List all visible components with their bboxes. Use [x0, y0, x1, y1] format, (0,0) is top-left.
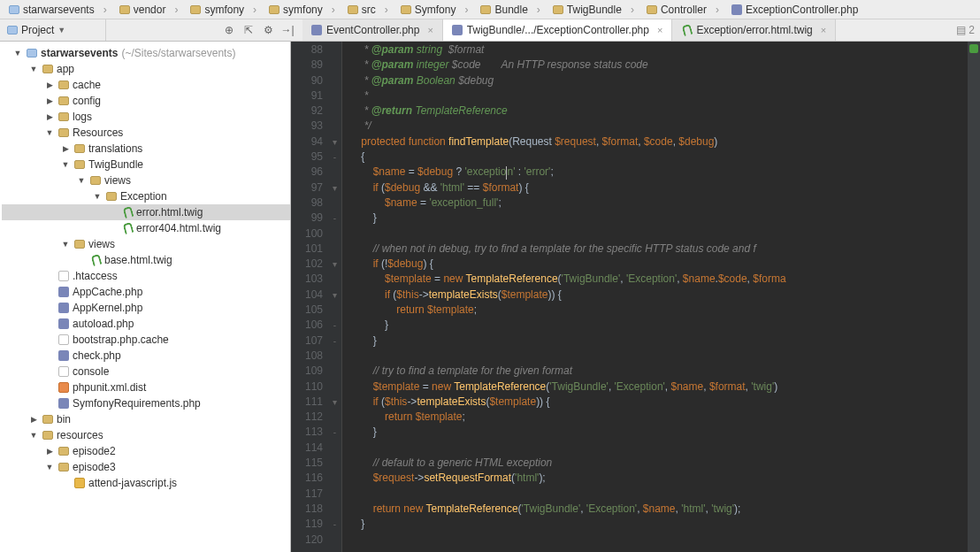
tree-arrow-icon[interactable]: [108, 207, 119, 218]
tree-row[interactable]: ▶translations: [2, 141, 290, 157]
tree-arrow-icon[interactable]: [44, 287, 55, 297]
fold-marker[interactable]: [328, 456, 341, 471]
code-line[interactable]: }: [349, 517, 968, 532]
breadcrumb-item[interactable]: symfony: [185, 2, 262, 18]
fold-marker[interactable]: ▾: [328, 395, 341, 410]
code-line[interactable]: [349, 533, 968, 548]
fold-marker[interactable]: [328, 471, 341, 486]
overflow-tabs[interactable]: ▤ 2: [951, 19, 980, 41]
fold-marker[interactable]: [328, 364, 341, 379]
code-line[interactable]: $name = 'exception_full';: [349, 196, 968, 211]
fold-marker[interactable]: ▾: [328, 257, 341, 272]
tree-row[interactable]: attend-javascript.js: [2, 475, 290, 491]
code-line[interactable]: * @param string $format: [349, 42, 968, 58]
fold-marker[interactable]: [328, 104, 341, 119]
tree-arrow-icon[interactable]: ▼: [76, 175, 87, 186]
close-icon[interactable]: ×: [821, 25, 826, 35]
code-area[interactable]: * @param string $format * @param integer…: [342, 42, 968, 552]
project-selector[interactable]: Project ▼: [0, 19, 106, 41]
tree-row[interactable]: AppKernel.php: [2, 300, 290, 316]
code-line[interactable]: $name = $debug ? 'exception' : 'error';: [349, 165, 968, 180]
tree-row[interactable]: SymfonyRequirements.php: [2, 395, 290, 411]
tree-arrow-icon[interactable]: ▼: [44, 127, 55, 138]
tree-arrow-icon[interactable]: ▶: [44, 111, 55, 122]
fold-marker[interactable]: -: [328, 517, 341, 532]
tree-arrow-icon[interactable]: [44, 271, 55, 281]
target-icon[interactable]: ⊕: [221, 22, 237, 38]
fold-marker[interactable]: [328, 410, 341, 425]
tree-row[interactable]: ▶episode2: [2, 443, 290, 459]
code-line[interactable]: return $template;: [349, 303, 968, 318]
code-line[interactable]: *: [349, 88, 968, 104]
fold-marker[interactable]: ▾: [328, 288, 341, 303]
tree-row[interactable]: ▼starwarsevents (~/Sites/starwarsevents): [2, 45, 290, 61]
tree-arrow-icon[interactable]: ▼: [28, 64, 39, 74]
tree-arrow-icon[interactable]: ▼: [92, 191, 103, 202]
tree-row[interactable]: error.html.twig: [2, 204, 290, 220]
fold-marker[interactable]: [328, 441, 341, 456]
tree-arrow-icon[interactable]: [44, 398, 55, 409]
code-line[interactable]: }: [349, 318, 968, 333]
fold-marker[interactable]: [328, 380, 341, 395]
breadcrumb-item[interactable]: src: [342, 2, 394, 18]
breadcrumb-item[interactable]: Symfony: [395, 2, 474, 18]
gear-icon[interactable]: ⚙: [260, 22, 276, 38]
editor-tab[interactable]: TwigBundle/.../ExceptionController.php×: [443, 19, 673, 41]
fold-marker[interactable]: ▾: [328, 180, 341, 196]
tree-arrow-icon[interactable]: ▶: [44, 80, 55, 90]
tree-row[interactable]: autoload.php: [2, 316, 290, 332]
code-line[interactable]: return new TemplateReference('TwigBundle…: [349, 502, 968, 517]
tree-row[interactable]: ▶logs: [2, 109, 290, 125]
breadcrumb-item[interactable]: vendor: [114, 2, 184, 18]
gutter-fold[interactable]: ▾-▾-▾▾--▾--: [328, 42, 342, 552]
fold-marker[interactable]: [328, 487, 341, 502]
code-line[interactable]: {: [349, 150, 968, 165]
code-line[interactable]: if ($this->templateExists($template)) {: [349, 288, 968, 303]
code-line[interactable]: return $template;: [349, 410, 968, 425]
code-editor[interactable]: 8889909192939495969798991001011021031041…: [291, 42, 980, 552]
fold-marker[interactable]: [328, 272, 341, 287]
fold-marker[interactable]: [328, 502, 341, 517]
tree-arrow-icon[interactable]: [108, 223, 119, 234]
tree-arrow-icon[interactable]: [44, 303, 55, 313]
breadcrumb-item[interactable]: ExceptionController.php: [726, 2, 872, 18]
tree-arrow-icon[interactable]: [44, 334, 55, 345]
fold-marker[interactable]: [328, 226, 341, 242]
tree-row[interactable]: check.php: [2, 348, 290, 364]
code-line[interactable]: [349, 441, 968, 456]
breadcrumb-item[interactable]: Controller: [641, 2, 724, 18]
tree-arrow-icon[interactable]: ▶: [44, 446, 55, 456]
code-line[interactable]: // try to find a template for the given …: [349, 364, 968, 379]
tree-row[interactable]: ▼episode3: [2, 459, 290, 475]
tree-row[interactable]: ▼TwigBundle: [2, 157, 290, 172]
code-line[interactable]: [349, 487, 968, 502]
code-line[interactable]: protected function findTemplate(Request …: [349, 134, 968, 150]
tree-row[interactable]: ▶cache: [2, 77, 290, 93]
tree-row[interactable]: AppCache.php: [2, 284, 290, 300]
tree-arrow-icon[interactable]: [44, 350, 55, 361]
fold-marker[interactable]: ▾: [328, 134, 341, 150]
tree-arrow-icon[interactable]: [76, 255, 87, 265]
fold-marker[interactable]: [328, 533, 341, 548]
tree-arrow-icon[interactable]: ▶: [28, 414, 39, 425]
tree-row[interactable]: base.html.twig: [2, 252, 290, 268]
fold-marker[interactable]: -: [328, 425, 341, 440]
breadcrumb-item[interactable]: TwigBundle: [547, 2, 639, 18]
code-line[interactable]: * @return TemplateReference: [349, 104, 968, 119]
code-line[interactable]: * @param integer $code An HTTP response …: [349, 58, 968, 73]
fold-marker[interactable]: [328, 196, 341, 211]
code-line[interactable]: }: [349, 334, 968, 349]
tree-arrow-icon[interactable]: ▼: [60, 159, 71, 170]
code-line[interactable]: }: [349, 211, 968, 226]
tree-arrow-icon[interactable]: ▶: [60, 143, 71, 154]
tree-arrow-icon[interactable]: ▼: [60, 239, 71, 249]
code-line[interactable]: * @param Boolean $debug: [349, 73, 968, 88]
code-line[interactable]: [349, 349, 968, 364]
tree-row[interactable]: ▼Exception: [2, 188, 290, 204]
editor-tab[interactable]: EventController.php×: [302, 19, 443, 41]
fold-marker[interactable]: [328, 88, 341, 104]
fold-marker[interactable]: [328, 349, 341, 364]
breadcrumb-item[interactable]: starwarsevents: [4, 2, 112, 18]
fold-marker[interactable]: [328, 242, 341, 257]
code-line[interactable]: // when not in debug, try to find a temp…: [349, 242, 968, 257]
